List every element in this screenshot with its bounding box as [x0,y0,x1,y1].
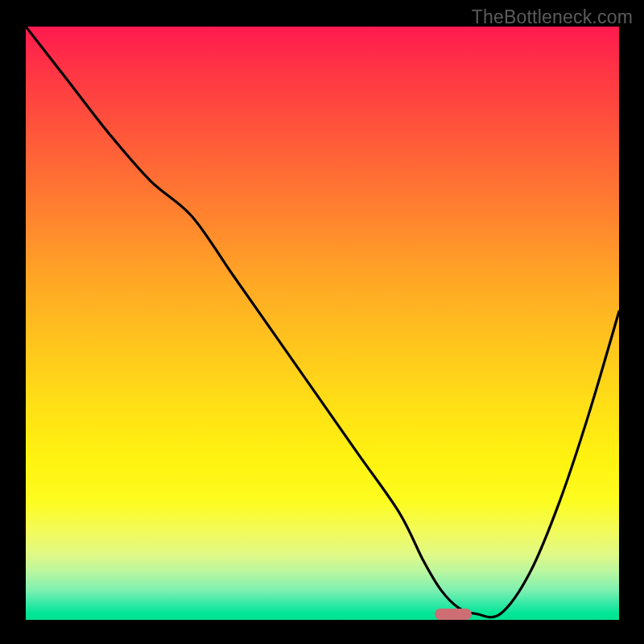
optimal-marker [435,609,472,620]
bottleneck-curve [26,27,619,620]
plot-area [26,27,619,620]
curve-path [26,27,619,617]
watermark-text: TheBottleneck.com [472,6,633,28]
